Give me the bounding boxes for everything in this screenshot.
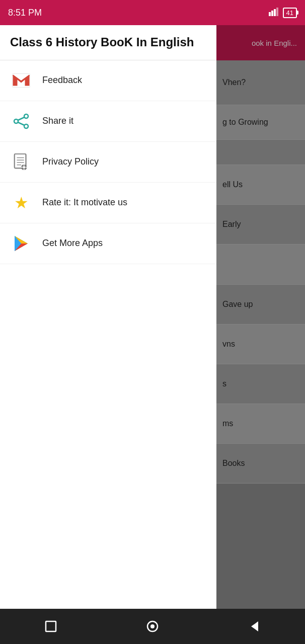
svg-point-17: [23, 166, 25, 169]
drawer-item-share[interactable]: Share it: [0, 101, 216, 142]
signal-icon: [269, 7, 280, 18]
nav-recent-apps-button[interactable]: [36, 616, 66, 636]
feedback-label: Feedback: [42, 75, 82, 86]
drawer-header: Class 6 History BooK In English: [0, 25, 216, 60]
star-icon: ★: [10, 192, 32, 214]
svg-point-6: [14, 119, 18, 123]
share-label: Share it: [42, 116, 73, 126]
status-time: 8:51 PM: [8, 8, 42, 18]
policy-icon: [10, 151, 32, 173]
privacy-label: Privacy Policy: [42, 156, 99, 167]
svg-rect-18: [24, 165, 25, 166]
navigation-drawer: Class 6 History BooK In English Feedback: [0, 25, 216, 644]
svg-rect-21: [26, 167, 27, 168]
gmail-icon: [10, 69, 32, 92]
status-icons: 41: [269, 7, 297, 18]
drawer-item-privacy[interactable]: Privacy Policy: [0, 142, 216, 183]
status-bar: 8:51 PM 41: [0, 0, 305, 25]
svg-point-7: [24, 124, 28, 128]
svg-marker-25: [251, 621, 258, 631]
nav-home-button[interactable]: [137, 616, 168, 636]
svg-line-8: [18, 117, 25, 120]
bottom-nav: [0, 609, 305, 644]
more-apps-label: Get More Apps: [42, 238, 103, 249]
svg-rect-20: [21, 167, 23, 168]
share-icon: [10, 110, 32, 132]
svg-rect-19: [24, 169, 25, 170]
drawer-item-feedback[interactable]: Feedback: [0, 60, 216, 101]
rate-label: Rate it: It motivate us: [42, 197, 127, 208]
drawer-overlay: [216, 25, 305, 644]
playstore-icon: [10, 232, 32, 255]
svg-point-5: [24, 114, 28, 118]
drawer-menu: Feedback Share it: [0, 60, 216, 644]
drawer-title: Class 6 History BooK In English: [10, 35, 194, 49]
drawer-item-rate[interactable]: ★ Rate it: It motivate us: [0, 183, 216, 223]
svg-rect-1: [271, 11, 273, 16]
battery-icon: 41: [283, 8, 297, 18]
nav-back-button[interactable]: [239, 616, 269, 636]
drawer-item-more-apps[interactable]: Get More Apps: [0, 223, 216, 264]
svg-rect-22: [46, 621, 56, 631]
svg-rect-2: [274, 9, 276, 16]
svg-rect-3: [276, 8, 278, 16]
svg-point-24: [150, 624, 155, 628]
svg-line-9: [18, 122, 25, 125]
svg-rect-0: [269, 12, 271, 16]
